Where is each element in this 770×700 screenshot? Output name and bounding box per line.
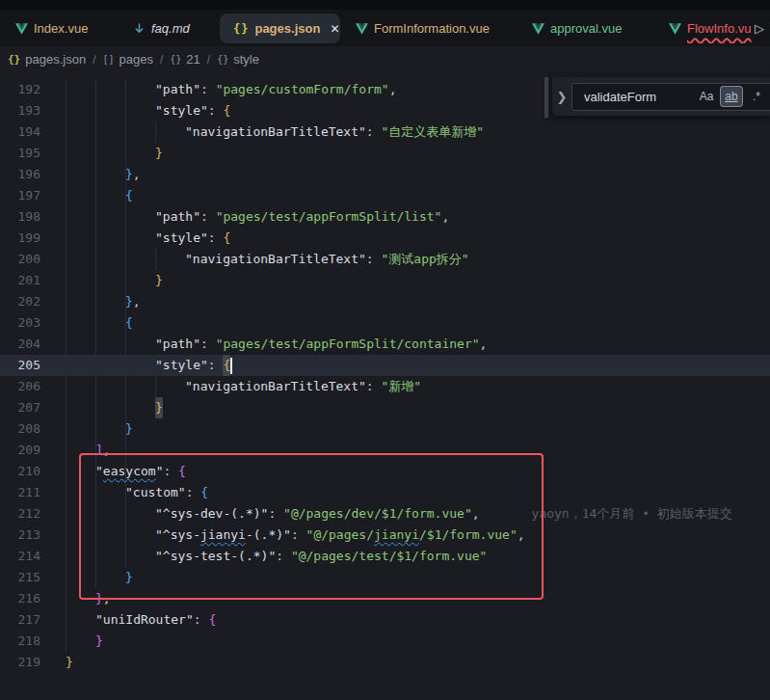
line-number[interactable]: 218 — [0, 631, 40, 652]
code-line-198[interactable]: 198"path": "pages/test/appFormSplit/list… — [0, 206, 770, 228]
breadcrumb-item-style[interactable]: {}style — [217, 52, 259, 67]
find-option-match-case[interactable]: Aa — [696, 87, 717, 106]
code-token: : — [186, 482, 201, 503]
code-editor[interactable]: 192"path": "pages/customForm/form",193"s… — [0, 72, 770, 700]
code-line-216[interactable]: 216}, — [0, 588, 770, 609]
tab-faq-md[interactable]: faq.md — [119, 13, 205, 43]
line-number[interactable]: 211 — [0, 482, 40, 503]
code-token: } — [125, 567, 133, 588]
code-token: : — [208, 228, 224, 249]
line-number[interactable]: 207 — [0, 397, 40, 418]
line-number[interactable]: 205 — [0, 355, 40, 376]
indent — [66, 546, 155, 567]
code-line-205[interactable]: 205"style": { — [0, 355, 770, 376]
code-line-215[interactable]: 215} — [0, 567, 770, 588]
code-line-199[interactable]: 199"style": { — [0, 228, 770, 249]
code-token: : — [194, 609, 209, 631]
tab-index-vue[interactable]: Index.vue — [2, 13, 102, 43]
tab-approval-vue[interactable]: approval.vue — [518, 13, 642, 43]
line-number[interactable]: 194 — [0, 121, 40, 143]
line-number[interactable]: 206 — [0, 376, 40, 397]
line-number[interactable]: 219 — [0, 652, 40, 673]
code-line-202[interactable]: 202}, — [0, 291, 770, 312]
code-line-204[interactable]: 204"path": "pages/test/appFormSplit/cont… — [0, 334, 770, 355]
code-line-207[interactable]: 207} — [0, 397, 770, 418]
code-line-201[interactable]: 201} — [0, 270, 770, 291]
line-number[interactable]: 192 — [0, 79, 40, 100]
code-line-214[interactable]: 214"^sys-test-(.*)": "@/pages/test/$1/fo… — [0, 546, 770, 567]
line-number[interactable]: 215 — [0, 567, 40, 588]
breadcrumb-item-pages[interactable]: []pages — [102, 52, 152, 67]
indent — [66, 503, 155, 525]
close-icon[interactable]: ✕ — [330, 23, 339, 35]
tab-pages-json[interactable]: {}pages.json✕ — [220, 13, 340, 43]
json-icon: {} — [233, 22, 249, 36]
code-token: : — [200, 206, 216, 228]
line-number[interactable]: 217 — [0, 609, 40, 631]
code-token: : — [200, 79, 216, 100]
line-number[interactable]: 195 — [0, 143, 40, 164]
find-input[interactable] — [572, 90, 695, 104]
code-token: "navigationBarTitleText" — [185, 376, 366, 397]
code-line-206[interactable]: 206"navigationBarTitleText": "新增" — [0, 376, 770, 397]
line-number[interactable]: 212 — [0, 503, 40, 525]
line-number[interactable]: 204 — [0, 334, 40, 355]
find-option-regex[interactable]: .* — [746, 87, 767, 106]
code-token: , — [133, 164, 141, 185]
find-expand-chevron[interactable]: ❯ — [552, 90, 571, 104]
code-line-212[interactable]: 212"^sys-dev-(.*)": "@/pages/dev/$1/form… — [0, 503, 770, 525]
breadcrumb-item-21[interactable]: {}21 — [170, 52, 200, 67]
run-button[interactable]: ▷ — [755, 10, 764, 46]
code-line-211[interactable]: 211"custom": { — [0, 482, 770, 503]
code-token: } — [125, 164, 133, 185]
code-line-208[interactable]: 208} — [0, 418, 770, 440]
code-line-195[interactable]: 195} — [0, 143, 770, 164]
line-number[interactable]: 203 — [0, 312, 40, 334]
line-number[interactable]: 197 — [0, 185, 40, 206]
code-line-217[interactable]: 217"uniIdRouter": { — [0, 609, 770, 631]
breadcrumb-item-pages-json[interactable]: {}pages.json — [8, 52, 86, 67]
code-token: : — [200, 334, 216, 355]
code-token: "path" — [155, 334, 200, 355]
code-token: } — [95, 588, 103, 609]
line-number[interactable]: 199 — [0, 228, 40, 249]
line-number[interactable]: 216 — [0, 588, 40, 609]
line-number[interactable]: 202 — [0, 291, 40, 312]
code-line-219[interactable]: 219} — [0, 652, 770, 673]
indent — [66, 418, 125, 440]
code-token: "pages/test/appFormSplit/container" — [216, 334, 480, 355]
code-line-196[interactable]: 196}, — [0, 164, 770, 185]
code-token: jianyi — [200, 525, 246, 546]
line-number[interactable]: 193 — [0, 100, 40, 121]
line-number[interactable]: 201 — [0, 270, 40, 291]
code-token: { — [223, 228, 230, 249]
code-token: "^sys- — [155, 525, 200, 546]
code-line-194[interactable]: 194"navigationBarTitleText": "自定义表单新增" — [0, 121, 770, 143]
title-bar — [0, 0, 770, 10]
find-option-whole-word[interactable]: ab — [721, 87, 742, 106]
line-number[interactable]: 200 — [0, 249, 40, 270]
tab-forminformation-vue[interactable]: FormInformation.vue — [342, 13, 510, 43]
line-number[interactable]: 198 — [0, 206, 40, 228]
code-line-200[interactable]: 200"navigationBarTitleText": "测试app拆分" — [0, 249, 770, 270]
find-widget-sash[interactable] — [544, 77, 548, 118]
code-line-203[interactable]: 203{ — [0, 312, 770, 334]
line-number[interactable]: 213 — [0, 525, 40, 546]
line-number[interactable]: 210 — [0, 461, 40, 482]
line-number[interactable]: 209 — [0, 440, 40, 461]
tab-label: faq.md — [151, 21, 190, 36]
code-line-210[interactable]: 210"easycom": { — [0, 461, 770, 482]
breadcrumb-separator: / — [160, 53, 163, 67]
line-number[interactable]: 208 — [0, 418, 40, 440]
line-number[interactable]: 196 — [0, 164, 40, 185]
code-line-209[interactable]: 209], — [0, 440, 770, 461]
code-line-213[interactable]: 213"^sys-jianyi-(.*)": "@/pages/jianyi/$… — [0, 525, 770, 546]
tab-flowinfo-vu[interactable]: FlowInfo.vu — [655, 13, 763, 43]
code-token: "style" — [155, 100, 208, 121]
code-token: { — [208, 609, 216, 631]
code-token: } — [155, 270, 163, 291]
code-line-197[interactable]: 197{ — [0, 185, 770, 206]
line-number[interactable]: 214 — [0, 546, 40, 567]
indent — [66, 397, 155, 418]
code-line-218[interactable]: 218} — [0, 631, 770, 652]
